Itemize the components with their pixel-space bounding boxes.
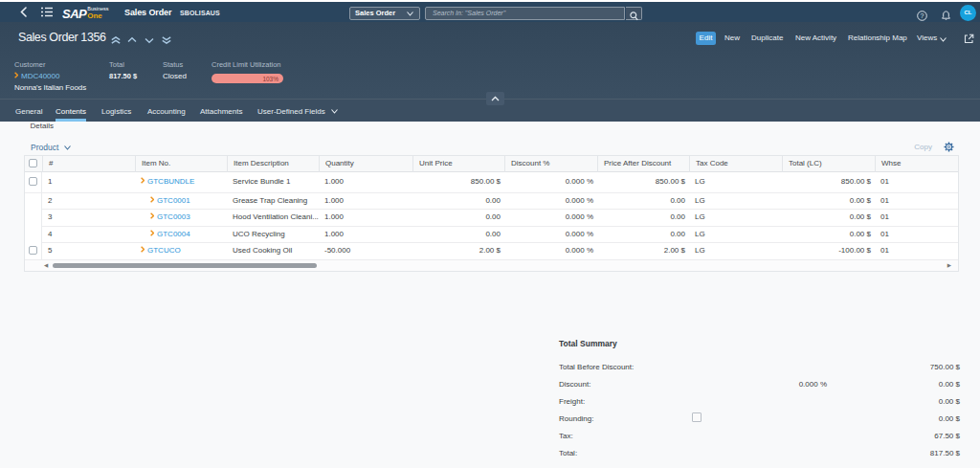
svg-text:?: ? — [921, 12, 924, 19]
